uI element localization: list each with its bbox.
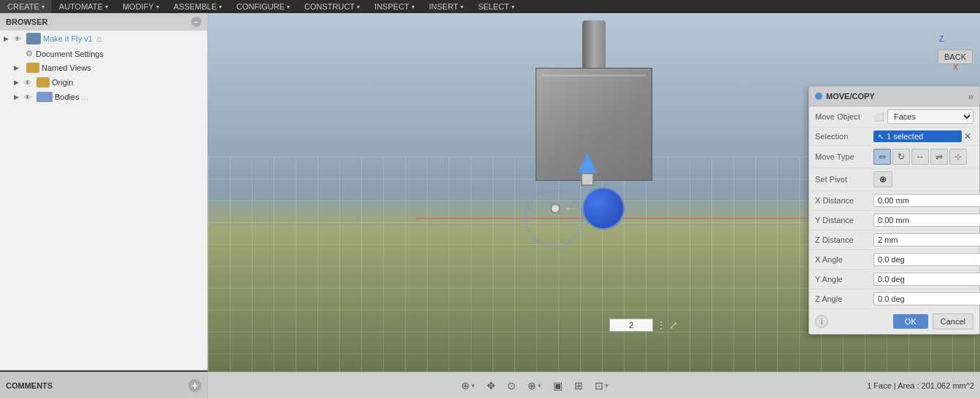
menu-configure-label: CONFIGURE <box>236 2 285 11</box>
browser-item-namedviews[interactable]: ▶ Named Views <box>0 61 207 75</box>
pan-tool-button[interactable]: ✥ <box>484 378 498 393</box>
eye-icon-bodies[interactable]: 👁 <box>24 93 34 101</box>
mcp-selection-row: Selection ↖ 1 selected ✕ <box>809 128 979 146</box>
mcp-y-angle-label: Y Angle <box>815 275 873 284</box>
move-type-point[interactable]: ⊹ <box>949 149 967 165</box>
top-menu-bar: CREATE ▾ AUTOMATE ▾ MODIFY ▾ ASSEMBLE ▾ … <box>0 0 980 13</box>
expand-view-button[interactable]: ⤢ <box>669 319 678 331</box>
display-tool-button[interactable]: ▣ <box>550 378 566 393</box>
dots-menu-button[interactable]: ⋮ <box>656 319 666 331</box>
browser-panel: BROWSER − ▶ 👁 Make it Fly v1 ⌂ ⚙ Documen… <box>0 13 208 370</box>
look-tool-button[interactable]: ⊙ <box>504 378 519 393</box>
set-pivot-button[interactable]: ⊕ <box>873 171 892 187</box>
bodies-icon <box>36 92 53 102</box>
mcp-y-angle-row: Y Angle <box>809 270 979 289</box>
mcp-x-distance-label: X Distance <box>815 196 873 205</box>
z-angle-input[interactable] <box>873 292 980 305</box>
mcp-header: MOVE/COPY » <box>809 87 979 106</box>
move-type-mirror[interactable]: ⇌ <box>930 149 948 165</box>
bodies-label[interactable]: Bodies <box>55 93 80 101</box>
menu-configure[interactable]: CONFIGURE ▾ <box>229 0 297 13</box>
gear-icon-docsettings: ⚙ <box>26 49 33 58</box>
origin-label[interactable]: Origin <box>52 78 73 87</box>
move-gizmo[interactable]: ← <box>550 152 625 230</box>
selection-clear-button[interactable]: ✕ <box>962 131 973 141</box>
z-distance-input[interactable] <box>873 233 980 246</box>
face-icon: ⬜ <box>873 112 884 122</box>
browser-item-bodies[interactable]: ▶ 👁 Bodies … <box>0 90 207 104</box>
gizmo-up[interactable] <box>550 152 625 186</box>
browser-item-docsettings[interactable]: ⚙ Document Settings <box>0 47 207 61</box>
object-highlight <box>542 74 646 77</box>
docsettings-label[interactable]: Document Settings <box>36 50 104 58</box>
gizmo-blue-circle[interactable] <box>582 187 625 230</box>
move-type-scale[interactable]: ↔ <box>911 149 929 165</box>
eye-icon-makeitfly[interactable]: 👁 <box>14 35 24 43</box>
mcp-set-pivot-control[interactable]: ⊕ <box>873 171 973 187</box>
mcp-x-angle-label: X Angle <box>815 255 873 264</box>
expand-arrow-origin[interactable]: ▶ <box>14 79 24 86</box>
menu-create[interactable]: CREATE ▾ <box>0 0 52 13</box>
eye-icon-origin[interactable]: 👁 <box>24 79 34 87</box>
mcp-x-distance-control[interactable] <box>873 194 980 207</box>
expand-arrow-makeitfly[interactable]: ▶ <box>4 35 14 42</box>
mcp-move-type-control[interactable]: ⇔ ↻ ↔ ⇌ ⊹ <box>873 149 973 165</box>
x-angle-input[interactable] <box>873 253 980 266</box>
selection-button[interactable]: ↖ 1 selected <box>873 130 962 142</box>
look-icon: ⊙ <box>507 380 516 391</box>
y-distance-input[interactable] <box>873 214 980 227</box>
comments-add-button[interactable]: + <box>188 379 201 392</box>
menu-assemble-arrow: ▾ <box>219 4 222 10</box>
browser-header: BROWSER − <box>0 13 207 31</box>
mcp-z-angle-control[interactable] <box>873 292 980 305</box>
browser-close-button[interactable]: − <box>191 17 201 27</box>
menu-select[interactable]: SELECT ▾ <box>471 0 522 13</box>
view-tool-button[interactable]: ⊡ ▾ <box>592 378 611 393</box>
mcp-move-type-row: Move Type ⇔ ↻ ↔ ⇌ ⊹ <box>809 146 979 168</box>
mcp-expand-button[interactable]: » <box>968 90 973 102</box>
ok-button[interactable]: OK <box>893 314 928 329</box>
x-axis-label: X <box>953 63 958 71</box>
mcp-set-pivot-row: Set Pivot ⊕ <box>809 168 979 191</box>
menu-create-arrow: ▾ <box>42 4 45 10</box>
menu-modify-arrow: ▾ <box>156 4 159 10</box>
namedviews-label[interactable]: Named Views <box>42 63 91 72</box>
mcp-z-angle-label: Z Angle <box>815 294 873 303</box>
comments-section: COMMENTS + <box>0 372 208 398</box>
menu-inspect[interactable]: INSPECT ▾ <box>367 0 422 13</box>
menu-construct[interactable]: CONSTRUCT ▾ <box>297 0 367 13</box>
expand-arrow-namedviews[interactable]: ▶ <box>14 64 24 71</box>
menu-automate[interactable]: AUTOMATE ▾ <box>52 0 115 13</box>
mcp-y-distance-row: Y Distance <box>809 211 979 230</box>
info-button[interactable]: i <box>815 315 828 328</box>
menu-insert[interactable]: INSERT ▾ <box>422 0 471 13</box>
move-type-translate[interactable]: ⇔ <box>873 149 891 165</box>
browser-item-origin[interactable]: ▶ 👁 Origin <box>0 75 207 90</box>
dimension-input[interactable] <box>609 319 653 332</box>
expand-arrow-bodies[interactable]: ▶ <box>14 93 24 101</box>
mcp-move-object-control[interactable]: ⬜ Faces <box>873 109 973 124</box>
view-icon: ⊡ <box>595 380 603 391</box>
mcp-x-angle-control[interactable] <box>873 253 980 266</box>
makeitfly-label[interactable]: Make it Fly v1 <box>43 34 93 43</box>
object-shaft <box>582 20 606 68</box>
mcp-header-left: MOVE/COPY <box>815 92 875 101</box>
move-object-select[interactable]: Faces <box>887 109 973 124</box>
y-angle-input[interactable] <box>873 273 980 286</box>
browser-item-makeitfly[interactable]: ▶ 👁 Make it Fly v1 ⌂ <box>0 31 207 47</box>
status-tools: ⊕ ▾ ✥ ⊙ ⊕ ▾ ▣ ⊞ ⊡ ▾ <box>208 378 861 393</box>
mcp-y-angle-control[interactable] <box>873 273 980 286</box>
mcp-y-distance-control[interactable] <box>873 214 980 227</box>
pan-icon: ✥ <box>487 380 495 391</box>
back-button[interactable]: BACK <box>938 50 973 64</box>
x-distance-input[interactable] <box>873 194 980 207</box>
orbit-tool-button[interactable]: ⊕ ▾ <box>458 378 478 393</box>
zoom-tool-button[interactable]: ⊕ ▾ <box>525 378 544 393</box>
mcp-z-distance-control[interactable] <box>873 233 980 246</box>
menu-modify[interactable]: MODIFY ▾ <box>115 0 166 13</box>
grid-tool-button[interactable]: ⊞ <box>571 378 586 393</box>
cancel-button[interactable]: Cancel <box>933 313 973 329</box>
mcp-selection-control[interactable]: ↖ 1 selected ✕ <box>873 130 973 142</box>
menu-assemble[interactable]: ASSEMBLE ▾ <box>166 0 229 13</box>
move-type-rotate[interactable]: ↻ <box>892 149 910 165</box>
